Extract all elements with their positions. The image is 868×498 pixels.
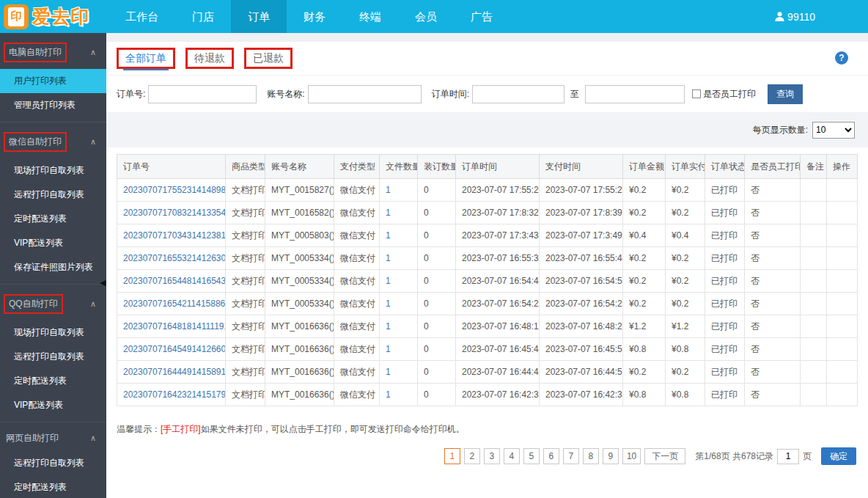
file-count-link[interactable]: 1	[380, 361, 418, 384]
order-number-link[interactable]: 2023070716423214151794	[117, 384, 226, 406]
user-badge[interactable]: 99110	[774, 11, 815, 23]
nav-item-会员[interactable]: 会员	[398, 0, 454, 33]
order-time-from-input[interactable]	[472, 85, 564, 103]
table-cell: MYT_0005334()	[265, 247, 334, 270]
table-cell: 否	[745, 224, 801, 247]
tab-已退款[interactable]: 已退款	[251, 50, 286, 69]
table-cell: 已打印	[705, 293, 745, 315]
file-count-link[interactable]: 1	[380, 384, 418, 406]
page-button-4[interactable]: 4	[504, 448, 520, 464]
order-number-link[interactable]: 2023070716542114158869	[117, 293, 226, 315]
file-count-link[interactable]: 1	[380, 270, 418, 293]
order-number-link[interactable]: 2023070717034314123817	[117, 224, 226, 247]
sidebar-section-header[interactable]: 微信自助打印∧	[0, 125, 106, 158]
order-number-link[interactable]: 2023070716544814165437	[117, 270, 226, 293]
nav-item-订单[interactable]: 订单	[231, 0, 287, 33]
sidebar-section-header[interactable]: 电脑自助打印∧	[0, 36, 106, 69]
nav-item-工作台[interactable]: 工作台	[108, 0, 175, 33]
table-cell: 微信支付	[334, 224, 380, 247]
table-cell: 否	[745, 179, 801, 202]
sidebar-item[interactable]: 现场打印自取列表	[0, 321, 106, 345]
order-number-link[interactable]: 2023070716553214126303	[117, 247, 226, 270]
sidebar-item[interactable]: 用户打印列表	[0, 69, 106, 93]
order-number-link[interactable]: 2023070716444914158913	[117, 361, 226, 384]
pagesize-select[interactable]: 10	[812, 122, 855, 139]
page-button-6[interactable]: 6	[543, 448, 559, 464]
table-cell	[801, 293, 827, 315]
account-name-input[interactable]	[308, 85, 422, 103]
filter-bar: 订单号: 账号名称: 订单时间: 至 是否员工打印 查询	[106, 76, 868, 112]
table-cell: 文档打印	[226, 315, 265, 338]
page-button-2[interactable]: 2	[464, 448, 480, 464]
sidebar-item[interactable]: 定时配送列表	[0, 207, 106, 231]
order-number-link[interactable]: 2023070717552314148985	[117, 179, 226, 202]
order-number-link[interactable]: 2023070716454914126607	[117, 338, 226, 361]
table-cell: ¥0.2	[623, 361, 666, 384]
order-time-to-input[interactable]	[585, 85, 685, 103]
page-button-1[interactable]: 1	[444, 448, 460, 464]
page-button-9[interactable]: 9	[603, 448, 619, 464]
employee-print-checkbox[interactable]	[692, 89, 701, 98]
tab-全部订单[interactable]: 全部订单	[123, 50, 169, 70]
page-button-5[interactable]: 5	[523, 448, 540, 464]
table-cell: 0	[418, 224, 456, 247]
table-cell: 否	[745, 338, 801, 361]
table-cell: 2023-07-07 17:3:49	[540, 224, 623, 247]
sidebar-section-header[interactable]: QQ自助打印∧	[0, 288, 106, 321]
sidebar-collapse-handle[interactable]: ◀	[100, 278, 106, 288]
table-cell: 2023-07-07 17:55:23	[456, 179, 540, 202]
file-count-link[interactable]: 1	[380, 179, 418, 202]
order-number-link[interactable]: 2023070717083214133540	[117, 202, 226, 224]
sidebar-section-header[interactable]: 网页自助打印∧	[0, 425, 106, 451]
table-cell: 文档打印	[226, 179, 265, 202]
file-count-link[interactable]: 1	[380, 315, 418, 338]
table-cell: 否	[745, 202, 801, 224]
order-number-link[interactable]: 2023070716481814111191	[117, 315, 226, 338]
nav-item-终端[interactable]: 终端	[342, 0, 398, 33]
table-header-row: 订单号商品类型账号名称支付类型文件数量装订数量订单时间支付时间订单金额订单实付订…	[117, 155, 858, 179]
app-logo[interactable]: 印 爱去印	[0, 0, 108, 33]
page-button-10[interactable]: 10	[622, 448, 641, 464]
employee-print-label: 是否员工打印	[703, 88, 756, 100]
file-count-link[interactable]: 1	[380, 247, 418, 270]
sidebar-item[interactable]: VIP配送列表	[0, 393, 106, 417]
nav-item-广告[interactable]: 广告	[454, 0, 510, 33]
next-page-button[interactable]: 下一页	[644, 448, 685, 464]
file-count-link[interactable]: 1	[380, 293, 418, 315]
nav-item-财务[interactable]: 财务	[287, 0, 342, 33]
file-count-link[interactable]: 1	[380, 202, 418, 224]
tab-待退款[interactable]: 待退款	[192, 50, 227, 69]
page-button-7[interactable]: 7	[563, 448, 579, 464]
sidebar-item[interactable]: 远程打印自取列表	[0, 451, 106, 475]
table-cell: 微信支付	[334, 315, 380, 338]
order-no-input[interactable]	[148, 85, 257, 103]
sidebar-item[interactable]: 定时配送列表	[0, 475, 106, 498]
goto-page-input[interactable]	[777, 449, 799, 464]
chevron-up-icon: ∧	[90, 137, 96, 147]
column-header: 支付类型	[334, 155, 380, 179]
confirm-button[interactable]: 确定	[821, 447, 856, 465]
nav-item-门店[interactable]: 门店	[175, 0, 231, 33]
file-count-link[interactable]: 1	[380, 224, 418, 247]
page-button-8[interactable]: 8	[583, 448, 599, 464]
page-button-3[interactable]: 3	[484, 448, 500, 464]
sidebar-item[interactable]: 远程打印自取列表	[0, 345, 106, 369]
sidebar-item[interactable]: 定时配送列表	[0, 369, 106, 393]
hint-highlight[interactable]: [手工打印]	[161, 424, 201, 434]
sidebar-item[interactable]: VIP配送列表	[0, 231, 106, 255]
table-cell: 已打印	[705, 224, 745, 247]
file-count-link[interactable]: 1	[380, 338, 418, 361]
table-cell	[827, 315, 858, 338]
search-button[interactable]: 查询	[768, 84, 803, 104]
table-row: 2023070716423214151794文档打印MYT_0016636()微…	[117, 384, 858, 406]
table-cell: MYT_0016636()	[265, 315, 334, 338]
order-tabs-bar: 全部订单待退款已退款?	[106, 42, 868, 76]
sidebar-item[interactable]: 保存证件照图片列表	[0, 255, 106, 279]
table-cell: 微信支付	[334, 361, 380, 384]
sidebar-item[interactable]: 远程打印自取列表	[0, 183, 106, 207]
sidebar-item[interactable]: 管理员打印列表	[0, 93, 106, 117]
sidebar-item[interactable]: 现场打印自取列表	[0, 158, 106, 183]
help-icon[interactable]: ?	[835, 51, 848, 65]
table-cell: 文档打印	[226, 270, 265, 293]
table-cell	[801, 179, 827, 202]
